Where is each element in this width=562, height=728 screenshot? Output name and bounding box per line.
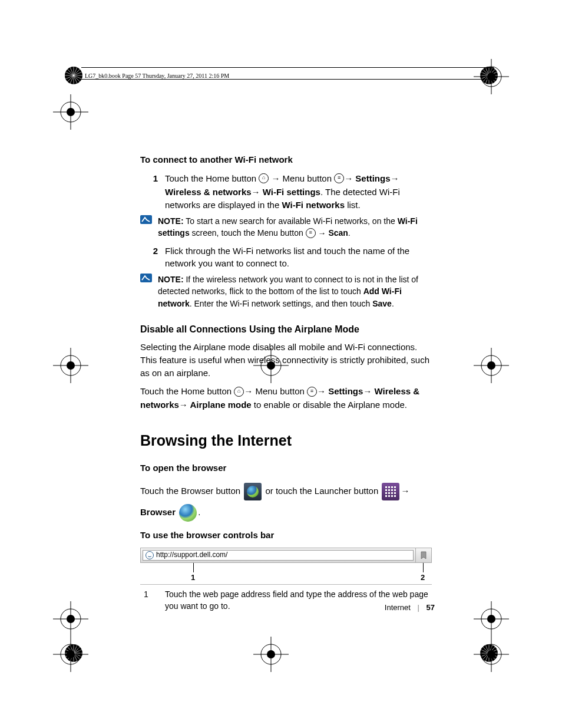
note-icon (140, 215, 158, 240)
registration-mark-icon (253, 637, 289, 672)
step-body: Flick through the Wi-Fi networks list an… (165, 245, 435, 271)
chapter-title: Browsing the Internet (140, 430, 435, 451)
address-field[interactable]: http://support.dell.com/ (143, 550, 414, 561)
step-number: 2 (140, 245, 165, 271)
home-icon: ⌂ (259, 173, 269, 183)
paragraph: Touch the Browser button or touch the La… (140, 480, 435, 523)
header-rule (81, 67, 494, 68)
svg-rect-16 (391, 486, 393, 488)
page-number: 57 (427, 603, 435, 612)
note-row: NOTE: If the wireless network you want t… (140, 274, 435, 309)
page-footer: Internet | 57 (385, 602, 435, 614)
svg-rect-18 (385, 489, 387, 491)
menu-icon: ≡ (306, 228, 316, 238)
callout-labels: 1 2 (140, 563, 432, 581)
svg-rect-25 (394, 492, 396, 494)
browser-button-icon (244, 483, 262, 500)
divider (140, 584, 432, 585)
svg-rect-17 (394, 486, 396, 488)
step-number: 1 (140, 172, 165, 212)
svg-rect-27 (388, 495, 390, 497)
svg-rect-21 (394, 489, 396, 491)
svg-rect-20 (391, 489, 393, 491)
address-url: http://support.dell.com/ (156, 550, 227, 560)
svg-rect-14 (385, 486, 387, 488)
note-icon (140, 274, 158, 309)
registration-mark-icon (53, 637, 88, 672)
header-rule (81, 79, 494, 80)
note-body: NOTE: If the wireless network you want t… (158, 274, 435, 309)
svg-rect-24 (391, 492, 393, 494)
home-icon: ⌂ (234, 387, 244, 397)
registration-mark-icon (474, 637, 509, 672)
svg-rect-15 (388, 486, 390, 488)
favicon-icon (146, 551, 154, 559)
launcher-button-icon (382, 483, 399, 500)
registration-mark-icon (53, 94, 88, 130)
paragraph: Selecting the Airplane mode disables all… (140, 341, 435, 379)
bookmark-button[interactable] (415, 548, 431, 562)
section-title-controls-bar: To use the browser controls bar (140, 529, 435, 542)
menu-icon: ≡ (334, 173, 344, 183)
section-title-connect-wifi: To connect to another Wi-Fi network (140, 153, 435, 166)
browser-globe-icon (179, 504, 197, 522)
registration-mark-icon (474, 601, 509, 637)
registration-mark-icon (474, 348, 509, 383)
footer-section: Internet (385, 603, 411, 612)
note-row: NOTE: To start a new search for availabl… (140, 215, 435, 240)
svg-rect-23 (388, 492, 390, 494)
registration-mark-icon (53, 348, 88, 383)
registration-mark-icon (53, 601, 88, 637)
step-row: 1 Touch the Home button ⌂ → Menu button … (140, 172, 435, 212)
browser-controls-bar: http://support.dell.com/ 1 2 (140, 548, 435, 581)
svg-rect-22 (385, 492, 387, 494)
svg-rect-26 (385, 495, 387, 497)
step-row: 2 Flick through the Wi-Fi networks list … (140, 245, 435, 271)
menu-icon: ≡ (307, 387, 317, 397)
svg-rect-29 (394, 495, 396, 497)
paragraph: Touch the Home button ⌂→ Menu button ≡→ … (140, 385, 435, 412)
section-title-airplane-mode: Disable all Connections Using the Airpla… (140, 322, 435, 336)
callout-number: 1 (140, 588, 165, 612)
note-body: NOTE: To start a new search for availabl… (158, 215, 435, 240)
svg-rect-28 (391, 495, 393, 497)
svg-rect-19 (388, 489, 390, 491)
section-title-open-browser: To open the browser (140, 462, 435, 475)
crop-mark-icon (63, 65, 84, 86)
step-body: Touch the Home button ⌂ → Menu button ≡→… (165, 172, 435, 212)
registration-mark-icon (474, 59, 509, 94)
